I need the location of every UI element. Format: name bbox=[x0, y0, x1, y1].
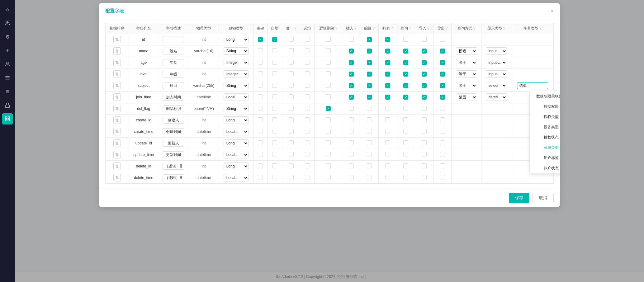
checkbox[interactable] bbox=[422, 49, 427, 54]
checkbox[interactable] bbox=[289, 83, 294, 88]
checkbox[interactable] bbox=[326, 83, 331, 88]
checkbox[interactable] bbox=[440, 83, 445, 88]
checkbox[interactable] bbox=[272, 106, 277, 111]
checkbox[interactable] bbox=[272, 37, 277, 42]
checkbox[interactable] bbox=[440, 129, 445, 134]
checkbox[interactable] bbox=[258, 83, 263, 88]
checkbox[interactable] bbox=[422, 117, 427, 122]
checkbox[interactable] bbox=[367, 37, 372, 42]
checkbox[interactable] bbox=[305, 129, 310, 134]
checkbox[interactable] bbox=[349, 83, 354, 88]
field-desc-input[interactable] bbox=[163, 105, 184, 112]
checkbox[interactable] bbox=[403, 163, 408, 168]
checkbox[interactable] bbox=[367, 49, 372, 54]
checkbox[interactable] bbox=[289, 140, 294, 145]
checkbox[interactable] bbox=[440, 37, 445, 42]
sidebar-item-settings[interactable]: ⚙ bbox=[2, 31, 13, 42]
dict-dropdown-item[interactable]: 菜单类型 bbox=[530, 143, 560, 153]
java-type-select[interactable]: LongStringIntegerLocal...Boolean bbox=[224, 128, 249, 135]
checkbox[interactable] bbox=[272, 71, 277, 76]
checkbox[interactable] bbox=[349, 163, 354, 168]
checkbox[interactable] bbox=[367, 117, 372, 122]
checkbox[interactable] bbox=[326, 37, 331, 42]
checkbox[interactable] bbox=[385, 72, 390, 77]
display-type-select[interactable]: inputinput-...selectdateti... bbox=[486, 82, 507, 89]
checkbox[interactable] bbox=[385, 49, 390, 54]
java-type-select[interactable]: LongStringIntegerLocal...Boolean bbox=[224, 82, 249, 89]
checkbox[interactable] bbox=[440, 106, 445, 111]
checkbox[interactable] bbox=[258, 152, 263, 157]
field-desc-input[interactable] bbox=[163, 71, 184, 78]
checkbox[interactable] bbox=[349, 129, 354, 134]
checkbox[interactable] bbox=[349, 95, 354, 100]
dict-dropdown-item[interactable]: 数据权限 bbox=[530, 101, 560, 112]
sort-handle[interactable]: ⇅ bbox=[113, 47, 121, 55]
checkbox[interactable] bbox=[305, 71, 310, 76]
checkbox[interactable] bbox=[326, 106, 331, 111]
display-type-select[interactable]: inputinput-...selectdateti... bbox=[486, 47, 507, 55]
checkbox[interactable] bbox=[349, 60, 354, 65]
query-method-select[interactable]: 等于模糊范围不等于 bbox=[456, 47, 477, 55]
sidebar-item-active[interactable] bbox=[2, 113, 13, 125]
checkbox[interactable] bbox=[403, 129, 408, 134]
checkbox[interactable] bbox=[326, 163, 331, 168]
java-type-select[interactable]: LongStringIntegerLocal...Boolean bbox=[224, 47, 249, 55]
checkbox[interactable] bbox=[272, 152, 277, 157]
sidebar-item-lock[interactable] bbox=[2, 100, 13, 111]
checkbox[interactable] bbox=[258, 48, 263, 53]
checkbox[interactable] bbox=[403, 37, 408, 42]
checkbox[interactable] bbox=[349, 49, 354, 54]
sidebar-item-home[interactable]: ⌂ bbox=[2, 4, 13, 15]
checkbox[interactable] bbox=[258, 163, 263, 168]
checkbox[interactable] bbox=[326, 48, 331, 53]
java-type-select[interactable]: LongStringIntegerLocal...Boolean bbox=[224, 116, 249, 124]
checkbox[interactable] bbox=[385, 95, 390, 100]
checkbox[interactable] bbox=[289, 37, 294, 42]
checkbox[interactable] bbox=[349, 152, 354, 157]
checkbox[interactable] bbox=[289, 175, 294, 180]
field-desc-input[interactable] bbox=[163, 82, 184, 89]
query-method-select[interactable]: 等于模糊范围不等于 bbox=[456, 70, 477, 78]
checkbox[interactable] bbox=[305, 152, 310, 157]
checkbox[interactable] bbox=[385, 129, 390, 134]
checkbox[interactable] bbox=[422, 175, 427, 180]
checkbox[interactable] bbox=[258, 129, 263, 134]
checkbox[interactable] bbox=[258, 117, 263, 122]
query-method-select[interactable]: 等于模糊范围不等于 bbox=[456, 82, 477, 89]
sort-handle[interactable]: ⇅ bbox=[113, 151, 121, 158]
sort-handle[interactable]: ⇅ bbox=[113, 174, 121, 181]
sort-handle[interactable]: ⇅ bbox=[113, 93, 121, 101]
query-method-select[interactable]: 等于模糊范围不等于 bbox=[456, 93, 477, 101]
java-type-select[interactable]: LongStringIntegerLocal...Boolean bbox=[224, 59, 249, 66]
field-desc-input[interactable] bbox=[163, 163, 184, 170]
checkbox[interactable] bbox=[403, 117, 408, 122]
checkbox[interactable] bbox=[272, 140, 277, 145]
checkbox[interactable] bbox=[349, 140, 354, 145]
sort-handle[interactable]: ⇅ bbox=[113, 82, 121, 89]
checkbox[interactable] bbox=[305, 106, 310, 111]
checkbox[interactable] bbox=[440, 95, 445, 100]
checkbox[interactable] bbox=[305, 163, 310, 168]
field-desc-input[interactable] bbox=[163, 151, 184, 158]
display-type-select[interactable]: inputinput-...selectdateti... bbox=[486, 93, 507, 101]
checkbox[interactable] bbox=[272, 94, 277, 99]
checkbox[interactable] bbox=[403, 83, 408, 88]
checkbox[interactable] bbox=[403, 72, 408, 77]
field-desc-input[interactable] bbox=[163, 94, 184, 101]
checkbox[interactable] bbox=[367, 83, 372, 88]
checkbox[interactable] bbox=[367, 152, 372, 157]
sort-handle[interactable]: ⇅ bbox=[113, 36, 121, 43]
checkbox[interactable] bbox=[422, 37, 427, 42]
dict-dropdown-item[interactable]: 授权状态 bbox=[530, 132, 560, 143]
field-desc-input[interactable] bbox=[163, 128, 184, 135]
checkbox[interactable] bbox=[289, 48, 294, 53]
checkbox[interactable] bbox=[367, 140, 372, 145]
checkbox[interactable] bbox=[305, 175, 310, 180]
checkbox[interactable] bbox=[440, 49, 445, 54]
checkbox[interactable] bbox=[272, 163, 277, 168]
checkbox[interactable] bbox=[272, 175, 277, 180]
dict-dropdown-item[interactable]: 数据权限关联类型 bbox=[530, 91, 560, 101]
checkbox[interactable] bbox=[403, 106, 408, 111]
dict-dropdown-item[interactable]: 账户状态 bbox=[530, 163, 560, 173]
checkbox[interactable] bbox=[367, 106, 372, 111]
